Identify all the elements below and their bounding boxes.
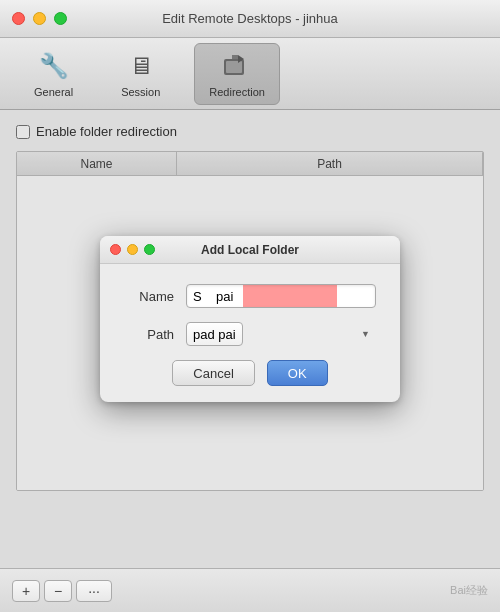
toolbar: 🔧 General 🖥 Session Redirection [0, 38, 500, 110]
path-label: Path [124, 327, 174, 342]
redirect-icon [221, 50, 253, 82]
path-select[interactable]: pad pai [186, 322, 243, 346]
toolbar-item-redirection[interactable]: Redirection [194, 43, 280, 105]
name-field-row: Name [124, 284, 376, 308]
modal-title-bar: Add Local Folder [100, 236, 400, 264]
cancel-button[interactable]: Cancel [172, 360, 254, 386]
toolbar-item-session[interactable]: 🖥 Session [107, 44, 174, 104]
toolbar-label-redirection: Redirection [209, 86, 265, 98]
toolbar-item-general[interactable]: 🔧 General [20, 44, 87, 104]
path-field-row: Path pad pai [124, 322, 376, 346]
modal-close-button[interactable] [110, 244, 121, 255]
svg-rect-1 [226, 61, 242, 73]
watermark: Bai经验 [450, 583, 488, 598]
add-local-folder-dialog: Add Local Folder Name Path pad pai Ca [100, 236, 400, 402]
close-button[interactable] [12, 12, 25, 25]
modal-window-controls[interactable] [110, 244, 155, 255]
svg-rect-2 [232, 55, 238, 59]
remove-button[interactable]: − [44, 580, 72, 602]
path-select-wrapper[interactable]: pad pai [186, 322, 376, 346]
maximize-button[interactable] [54, 12, 67, 25]
minimize-button[interactable] [33, 12, 46, 25]
window-controls[interactable] [12, 12, 67, 25]
toolbar-label-general: General [34, 86, 73, 98]
modal-maximize-button[interactable] [144, 244, 155, 255]
modal-overlay: Add Local Folder Name Path pad pai Ca [0, 110, 500, 568]
modal-minimize-button[interactable] [127, 244, 138, 255]
window-title: Edit Remote Desktops - jinhua [162, 11, 338, 26]
ok-button[interactable]: OK [267, 360, 328, 386]
modal-title: Add Local Folder [201, 243, 299, 257]
wrench-icon: 🔧 [38, 50, 70, 82]
add-button[interactable]: + [12, 580, 40, 602]
modal-buttons: Cancel OK [124, 360, 376, 386]
name-label: Name [124, 289, 174, 304]
title-bar: Edit Remote Desktops - jinhua [0, 0, 500, 38]
modal-body: Name Path pad pai Cancel OK [100, 264, 400, 402]
bottom-bar: + − ··· Bai经验 [0, 568, 500, 612]
more-button[interactable]: ··· [76, 580, 112, 602]
name-input[interactable] [186, 284, 376, 308]
toolbar-label-session: Session [121, 86, 160, 98]
display-icon: 🖥 [125, 50, 157, 82]
